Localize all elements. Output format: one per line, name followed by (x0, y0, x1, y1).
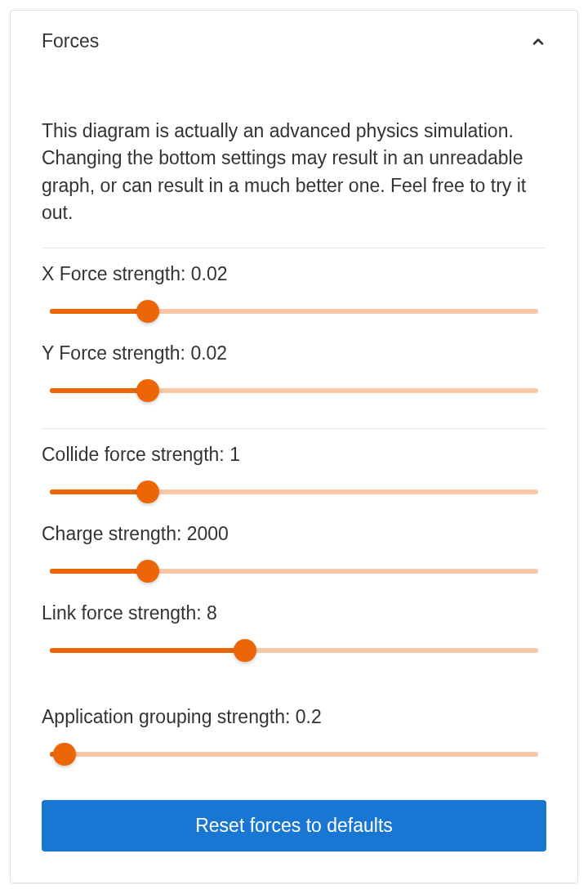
slider-thumb[interactable] (234, 639, 256, 662)
reset-forces-button[interactable]: Reset forces to defaults (42, 800, 546, 852)
link-force-label-text: Link force strength: (42, 602, 207, 624)
divider (42, 428, 546, 429)
link-force-value: 8 (207, 602, 217, 624)
x-force-slider[interactable] (50, 300, 538, 323)
collide-force-value: 1 (229, 444, 240, 465)
slider-track (50, 388, 148, 393)
link-force-group: Link force strength: 8 (42, 602, 546, 673)
slider-thumb[interactable] (136, 481, 159, 503)
app-grouping-slider[interactable] (50, 743, 538, 766)
divider (42, 248, 546, 248)
panel-body: This diagram is actually an advanced phy… (11, 118, 577, 883)
collide-force-label-text: Collide force strength: (42, 444, 229, 465)
collide-force-group: Collide force strength: 1 (42, 444, 546, 515)
panel-title: Forces (42, 30, 99, 52)
slider-track (50, 569, 148, 574)
charge-value: 2000 (187, 523, 229, 544)
slider-track (50, 648, 245, 653)
panel-description: This diagram is actually an advanced phy… (42, 118, 546, 226)
x-force-value: 0.02 (191, 263, 228, 284)
forces-panel: Forces This diagram is actually an advan… (10, 10, 578, 883)
charge-label: Charge strength: 2000 (42, 523, 546, 545)
slider-thumb[interactable] (136, 560, 159, 583)
link-force-slider[interactable] (50, 639, 538, 662)
x-force-group: X Force strength: 0.02 (42, 263, 546, 334)
chevron-up-icon (530, 34, 546, 50)
collide-force-label: Collide force strength: 1 (42, 444, 546, 466)
app-grouping-group: Application grouping strength: 0.2 (42, 706, 546, 777)
y-force-value: 0.02 (190, 342, 227, 364)
charge-slider[interactable] (50, 560, 538, 583)
collide-force-slider[interactable] (50, 481, 538, 503)
link-force-label: Link force strength: 8 (42, 602, 546, 624)
app-grouping-value: 0.2 (296, 706, 322, 727)
x-force-label-text: X Force strength: (42, 263, 191, 284)
slider-rail (50, 752, 538, 757)
slider-thumb[interactable] (53, 743, 76, 766)
app-grouping-label-text: Application grouping strength: (42, 706, 296, 727)
spacer (42, 673, 546, 706)
y-force-group: Y Force strength: 0.02 (42, 342, 546, 413)
app-grouping-label: Application grouping strength: 0.2 (42, 706, 546, 728)
slider-track (50, 309, 148, 314)
y-force-slider[interactable] (50, 379, 538, 402)
slider-thumb[interactable] (136, 379, 159, 402)
charge-group: Charge strength: 2000 (42, 523, 546, 594)
charge-label-text: Charge strength: (42, 523, 187, 544)
slider-track (50, 489, 148, 494)
panel-header[interactable]: Forces (11, 11, 577, 69)
x-force-label: X Force strength: 0.02 (42, 263, 546, 285)
slider-thumb[interactable] (136, 300, 159, 323)
y-force-label-text: Y Force strength: (42, 342, 190, 364)
y-force-label: Y Force strength: 0.02 (42, 342, 546, 364)
